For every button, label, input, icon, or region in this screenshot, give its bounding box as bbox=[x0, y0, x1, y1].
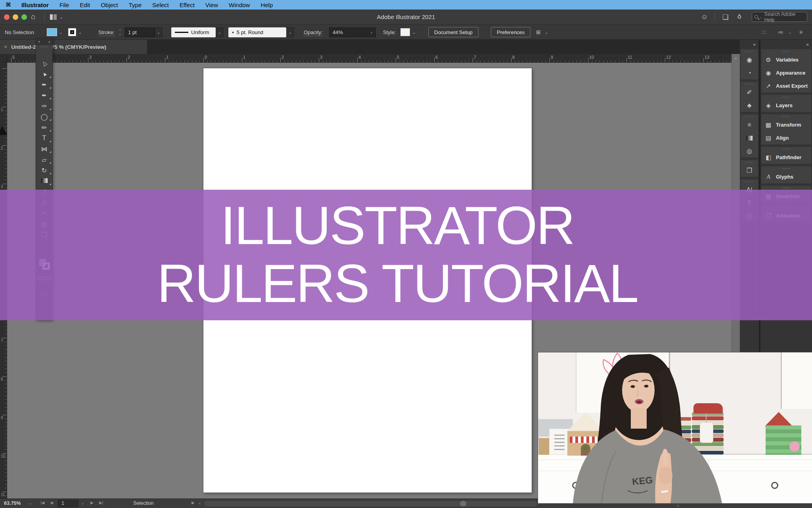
fill-color-swatch[interactable] bbox=[47, 28, 57, 36]
stroke-icon[interactable]: ≡ bbox=[741, 118, 758, 131]
selection-tool[interactable]: △ bbox=[36, 58, 52, 68]
menu-list-icon[interactable]: ≡ bbox=[799, 29, 802, 35]
rotate-view-tool[interactable]: ↻ bbox=[36, 165, 52, 175]
brush-dropdown-icon[interactable]: ⌄ bbox=[286, 27, 294, 37]
opacity-label[interactable]: Opacity: bbox=[304, 29, 323, 36]
stroke-weight-stepper[interactable]: ⌃⌄ bbox=[117, 27, 123, 37]
brushes-icon[interactable]: ✐ bbox=[741, 86, 758, 99]
opacity-value[interactable]: 44% › bbox=[329, 27, 376, 37]
horizontal-scrollbar[interactable] bbox=[204, 501, 537, 506]
menu-item-type[interactable]: Type bbox=[129, 2, 142, 8]
search-input[interactable]: ⌄ Search Adobe Help bbox=[752, 12, 807, 22]
panel-tab-variables[interactable]: ⚙Variables bbox=[761, 53, 811, 66]
document-panel-icon[interactable]: ❏ bbox=[722, 13, 728, 21]
paragraph-align-icon[interactable]: ≔ bbox=[778, 29, 783, 35]
next-artboard-icon[interactable]: ▶ bbox=[90, 500, 94, 505]
zoom-level[interactable]: 63.75% bbox=[4, 500, 21, 506]
menu-item-illustrator[interactable]: Illustrator bbox=[21, 2, 49, 8]
transparency-icon[interactable]: ◎ bbox=[741, 144, 758, 158]
gradient-icon[interactable] bbox=[741, 131, 758, 144]
close-tab-icon[interactable]: × bbox=[4, 44, 7, 50]
collapse-panels-icon[interactable]: « bbox=[740, 40, 759, 49]
stroke-weight-label[interactable]: Stroke: bbox=[98, 29, 115, 36]
panel-grip[interactable]: ▪▪▪▪▪▪ bbox=[761, 49, 811, 53]
scroll-left-icon[interactable]: ‹ bbox=[199, 500, 201, 506]
curvature-tool[interactable]: ✑ bbox=[36, 101, 52, 111]
panel-tab-glyphs[interactable]: AGlyphs bbox=[761, 170, 811, 183]
zoom-dropdown-icon[interactable]: ⌄ bbox=[29, 500, 32, 506]
stroke-weight-dropdown-icon[interactable]: ⌄ bbox=[155, 27, 163, 37]
panel-grip[interactable]: ▪▪▪▪▪▪ bbox=[741, 114, 758, 118]
scroll-up-icon[interactable]: ⌃ bbox=[734, 57, 737, 62]
last-artboard-icon[interactable]: ▶| bbox=[99, 500, 103, 505]
panel-tab-align[interactable]: ▤Align bbox=[761, 131, 811, 144]
color-icon[interactable]: ◉ bbox=[741, 53, 758, 66]
gradient-tool[interactable] bbox=[36, 176, 52, 186]
menu-item-effect[interactable]: Effect bbox=[180, 2, 195, 8]
collapse-panels-icon[interactable]: « bbox=[760, 40, 812, 49]
panel-tab-layers[interactable]: ◈Layers bbox=[761, 99, 811, 112]
prev-artboard-icon[interactable]: ◀ bbox=[50, 500, 53, 505]
panel-grip[interactable]: ▪▪▪▪▪▪ bbox=[741, 49, 758, 53]
close-panel-icon[interactable]: × bbox=[38, 40, 40, 44]
symbols-icon[interactable]: ♣ bbox=[741, 99, 758, 112]
panel-tab-appearance[interactable]: ◉Appearance bbox=[761, 66, 811, 79]
menu-item-select[interactable]: Select bbox=[152, 2, 169, 8]
menu-item-file[interactable]: File bbox=[59, 2, 69, 8]
pencil-tool[interactable]: ✏ bbox=[36, 122, 52, 133]
add-anchor-pen-tool[interactable]: ✒ bbox=[36, 90, 52, 100]
artboard-dropdown-icon[interactable]: ⌄ bbox=[81, 500, 84, 506]
chevron-down-icon[interactable]: ⌄ bbox=[79, 30, 82, 35]
menu-item-view[interactable]: View bbox=[205, 2, 218, 8]
scroll-right-icon[interactable]: › bbox=[677, 503, 679, 508]
lightbulb-discover-icon[interactable]: ϙ bbox=[737, 13, 741, 21]
panel-grip[interactable]: ▪▪▪▪▪▪ bbox=[761, 186, 811, 190]
opacity-flyout-icon[interactable]: › bbox=[371, 29, 372, 35]
chevron-down-icon[interactable]: ⌄ bbox=[412, 30, 416, 35]
first-artboard-icon[interactable]: |◀ bbox=[40, 500, 44, 505]
menu-item-window[interactable]: Window bbox=[229, 2, 250, 8]
panel-grip[interactable]: ▪▪▪▪▪▪ bbox=[741, 179, 758, 183]
pen-tool[interactable]: ✒ bbox=[36, 79, 52, 90]
direct-selection-tool[interactable]: ▲ bbox=[36, 69, 52, 79]
artboards-icon[interactable]: ❐ bbox=[741, 164, 758, 177]
ruler-corner[interactable] bbox=[0, 54, 7, 63]
share-document-icon[interactable]: ☺ bbox=[701, 13, 708, 21]
stroke-color-swatch[interactable] bbox=[68, 28, 76, 36]
panel-tab-transform[interactable]: ▦Transform bbox=[761, 118, 811, 131]
chevron-down-icon[interactable]: ⌄ bbox=[760, 15, 763, 19]
scrollbar-thumb[interactable] bbox=[460, 501, 466, 506]
color-guide-icon[interactable]: ◔ bbox=[741, 66, 758, 79]
panel-grip[interactable]: ▪▪▪▪▪▪ bbox=[761, 166, 811, 170]
apple-menu-icon[interactable]: ⌘ bbox=[6, 1, 11, 8]
menu-item-object[interactable]: Object bbox=[101, 2, 118, 8]
chevron-down-icon[interactable]: ⌄ bbox=[788, 30, 791, 35]
panel-grip[interactable]: ▪▪▪▪▪▪ bbox=[761, 114, 811, 118]
type-tool[interactable]: T bbox=[36, 133, 52, 143]
webcam-video[interactable]: KEG bbox=[538, 352, 812, 503]
panel-tab-pathfinder[interactable]: ◧Pathfinder bbox=[761, 151, 811, 164]
style-swatch[interactable] bbox=[400, 28, 410, 36]
width-profile-dropdown-icon[interactable]: ⌄ bbox=[216, 27, 224, 37]
horizontal-ruler[interactable]: 54321012345678910111213 bbox=[7, 54, 732, 63]
artboard-number-field[interactable]: 1 bbox=[58, 500, 79, 507]
stroke-weight-value[interactable]: 1 pt bbox=[124, 27, 155, 37]
ellipse-tool[interactable]: ◯ bbox=[36, 112, 52, 122]
panel-grip[interactable]: ▪▪▪▪▪▪ bbox=[741, 82, 758, 86]
brush-definition-dropdown[interactable]: ● 5 pt. Round bbox=[228, 27, 286, 37]
width-tool[interactable]: ⋈ bbox=[36, 144, 52, 154]
document-tab[interactable]: × Untitled-2 @ 63.75 % (CMYK/Preview) bbox=[0, 40, 147, 54]
preferences-button[interactable]: Preferences bbox=[491, 27, 530, 37]
panel-grip[interactable]: ▪▪▪▪▪▪ bbox=[36, 45, 52, 48]
menu-item-help[interactable]: Help bbox=[260, 2, 273, 8]
status-flyout-icon[interactable]: ▶ bbox=[192, 500, 195, 505]
document-setup-button[interactable]: Document Setup bbox=[428, 27, 479, 37]
menu-item-edit[interactable]: Edit bbox=[80, 2, 90, 8]
chevron-down-icon[interactable]: ⌄ bbox=[59, 30, 62, 35]
align-glyphs-icon[interactable]: ⊞ bbox=[536, 29, 541, 35]
eraser-tool[interactable]: ▱ bbox=[36, 154, 52, 165]
panel-tab-asset-export[interactable]: ↗Asset Export bbox=[761, 79, 811, 92]
variable-width-profile-dropdown[interactable]: Uniform bbox=[171, 27, 216, 37]
panel-grip[interactable]: ▪▪▪▪▪▪ bbox=[761, 95, 811, 99]
expand-panel-icon[interactable]: » bbox=[48, 40, 50, 44]
